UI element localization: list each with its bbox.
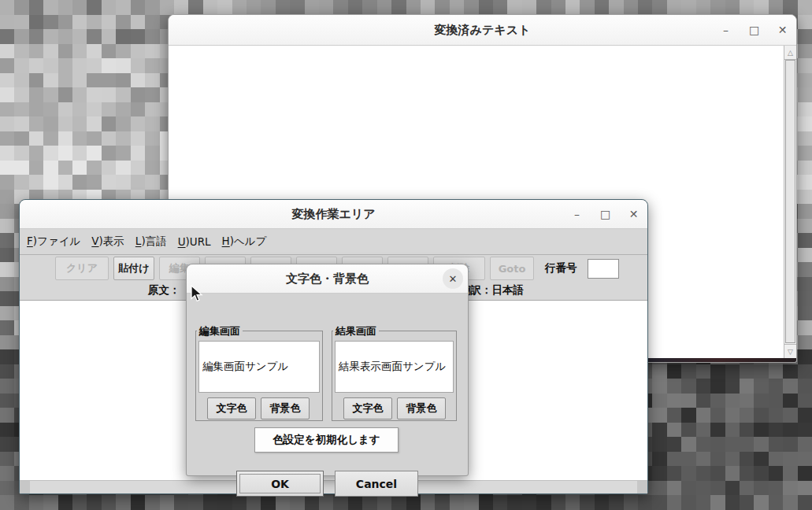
minimize-icon[interactable]: –	[572, 209, 582, 220]
line-number-input[interactable]	[588, 259, 619, 279]
mosaic-cell	[14, 102, 28, 117]
maximize-icon[interactable]: □	[600, 209, 610, 220]
mosaic-cell	[769, 394, 783, 408]
mosaic-cell	[29, 0, 43, 15]
mosaic-cell	[798, 277, 812, 292]
mosaic-cell	[769, 481, 783, 496]
mosaic-cell	[131, 116, 145, 131]
menu-file[interactable]: F)ファイル	[27, 235, 80, 249]
dialog-titlebar[interactable]: 文字色・背景色 ✕	[187, 264, 468, 294]
mosaic-cell	[696, 437, 710, 452]
mosaic-cell	[0, 335, 14, 350]
mosaic-cell	[58, 29, 72, 44]
mosaic-cell	[696, 423, 710, 438]
mosaic-cell	[783, 481, 797, 496]
mosaic-cell	[87, 146, 101, 161]
vertical-scrollbar[interactable]: △ ▽	[784, 46, 796, 358]
menu-url[interactable]: U)URL	[178, 235, 211, 248]
mosaic-cell	[0, 481, 14, 496]
mosaic-cell	[740, 437, 754, 452]
mosaic-cell	[116, 175, 130, 190]
mosaic-cell	[145, 15, 159, 30]
mosaic-cell	[0, 291, 14, 306]
mosaic-cell	[754, 423, 768, 438]
mosaic-cell	[536, 495, 551, 510]
cancel-button[interactable]: Cancel	[335, 471, 418, 497]
edit-text-color-button[interactable]: 文字色	[207, 397, 256, 419]
mosaic-cell	[87, 73, 101, 88]
mosaic-cell	[333, 0, 347, 15]
mosaic-cell	[667, 0, 681, 15]
menu-help[interactable]: H)ヘルプ	[222, 235, 267, 249]
mosaic-cell	[0, 248, 14, 263]
mosaic-cell	[131, 146, 145, 161]
mosaic-cell	[798, 335, 812, 350]
mosaic-cell	[783, 466, 797, 481]
mosaic-cell	[145, 58, 159, 73]
converted-text-title: 変換済みテキスト	[169, 15, 796, 45]
maximize-icon[interactable]: □	[749, 24, 759, 35]
mosaic-cell	[754, 394, 768, 408]
mosaic-cell	[145, 116, 159, 131]
scroll-up-icon[interactable]: △	[784, 46, 796, 60]
mosaic-cell	[14, 146, 28, 161]
scrollbar-thumb[interactable]	[785, 60, 795, 343]
close-icon[interactable]: ✕	[777, 24, 788, 35]
mosaic-cell	[131, 44, 145, 59]
mosaic-cell	[710, 466, 725, 481]
mosaic-cell	[696, 394, 710, 408]
mosaic-cell	[710, 437, 725, 452]
paste-button[interactable]: 貼付け	[113, 257, 154, 280]
result-bg-color-button[interactable]: 背景色	[397, 397, 446, 419]
edit-screen-sample: 編集画面サンプル	[198, 341, 320, 393]
mosaic-cell	[754, 379, 768, 394]
mosaic-cell	[652, 437, 666, 452]
mosaic-cell	[116, 131, 130, 146]
menu-view[interactable]: V)表示	[91, 235, 124, 249]
desktop: 変換済みテキスト – □ ✕ △ ▽ 変換作業エリア – □ ✕ F	[0, 0, 812, 510]
mosaic-cell	[131, 87, 145, 102]
mosaic-cell	[783, 0, 797, 15]
mosaic-cell	[102, 15, 116, 30]
converted-text-titlebar[interactable]: 変換済みテキスト – □ ✕	[169, 15, 796, 46]
mosaic-cell	[624, 0, 638, 15]
resize-grip-right[interactable]	[637, 481, 647, 493]
mosaic-cell	[798, 219, 812, 234]
mosaic-cell	[710, 452, 725, 467]
minimize-icon[interactable]: –	[721, 24, 731, 35]
mosaic-cell	[102, 29, 116, 44]
mosaic-cell	[87, 87, 101, 102]
mosaic-cell	[754, 0, 768, 15]
work-area-titlebar[interactable]: 変換作業エリア – □ ✕	[20, 200, 647, 229]
mosaic-cell	[43, 0, 57, 15]
mosaic-cell	[72, 73, 87, 88]
edit-bg-color-button[interactable]: 背景色	[261, 397, 310, 419]
ok-button[interactable]: OK	[236, 471, 324, 497]
close-icon[interactable]: ✕	[443, 268, 463, 289]
mosaic-cell	[72, 44, 87, 59]
mosaic-cell	[798, 175, 812, 190]
mosaic-cell	[798, 146, 812, 161]
mosaic-cell	[798, 190, 812, 205]
mosaic-cell	[102, 495, 116, 510]
mosaic-cell	[72, 495, 87, 510]
mosaic-cell	[624, 495, 638, 510]
mosaic-cell	[725, 394, 740, 408]
mosaic-cell	[0, 131, 14, 146]
menu-language[interactable]: L)言語	[135, 235, 167, 249]
mosaic-cell	[565, 495, 580, 510]
mosaic-cell	[783, 437, 797, 452]
mosaic-cell	[798, 204, 812, 219]
mosaic-cell	[29, 87, 43, 102]
mosaic-cell	[725, 364, 740, 379]
mosaic-cell	[798, 233, 812, 248]
close-icon[interactable]: ✕	[628, 209, 639, 220]
mosaic-cell	[681, 408, 695, 423]
resize-grip-left[interactable]	[20, 481, 30, 493]
reset-colors-button[interactable]: 色設定を初期化します	[254, 427, 399, 453]
mosaic-cell	[740, 364, 754, 379]
mosaic-cell	[116, 102, 130, 117]
mosaic-cell	[247, 495, 261, 510]
result-text-color-button[interactable]: 文字色	[343, 397, 392, 419]
scroll-down-icon[interactable]: ▽	[784, 344, 796, 358]
